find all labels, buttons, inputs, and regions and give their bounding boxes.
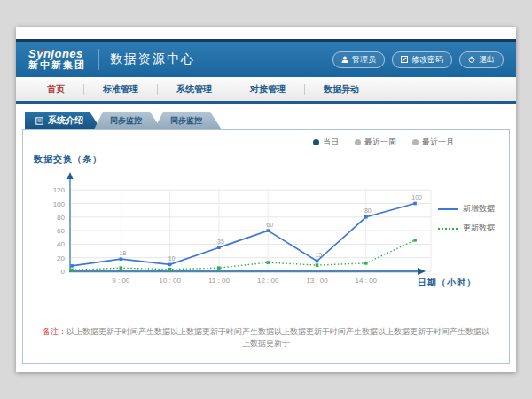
window-top-strip bbox=[16, 27, 516, 39]
logo-text-cn: 新中新集团 bbox=[28, 60, 86, 71]
nav-item-standard-mgmt[interactable]: 标准管理 bbox=[84, 77, 157, 101]
svg-text:100: 100 bbox=[411, 194, 422, 200]
period-label: 当日 bbox=[323, 137, 339, 148]
admin-user-button[interactable]: 管理员 bbox=[332, 51, 385, 68]
power-icon bbox=[468, 56, 475, 63]
line-chart: 0204060801001209 : 0010 : 0011 : 0012 : … bbox=[23, 168, 509, 302]
y-axis-title: 数据交换（条） bbox=[34, 153, 509, 166]
green-dotted-swatch-icon bbox=[438, 228, 458, 230]
tab-label: 同步监控 bbox=[110, 115, 142, 127]
header-divider bbox=[98, 49, 99, 70]
radio-icon bbox=[313, 139, 319, 145]
logout-button[interactable]: 退出 bbox=[459, 51, 504, 68]
period-option-last-month[interactable]: 最近一月 bbox=[412, 137, 454, 148]
svg-text:10: 10 bbox=[168, 255, 176, 262]
svg-text:9 : 00: 9 : 00 bbox=[112, 277, 130, 285]
svg-text:15: 15 bbox=[316, 252, 323, 258]
tab-label: 系统介绍 bbox=[48, 114, 83, 127]
svg-text:12 : 00: 12 : 00 bbox=[257, 277, 279, 285]
tab-sync-monitor-2[interactable]: 同步监控 bbox=[154, 112, 222, 129]
svg-text:11 : 00: 11 : 00 bbox=[208, 277, 230, 285]
period-option-last-week[interactable]: 最近一周 bbox=[355, 137, 396, 148]
change-password-label: 修改密码 bbox=[411, 54, 443, 66]
period-label: 最近一周 bbox=[364, 137, 396, 148]
brand-logo: Synjones 新中新集团 bbox=[28, 48, 98, 70]
content-area: 系统介绍 同步监控 同步监控 当日 最近一周 bbox=[16, 104, 516, 370]
legend-item-update-data[interactable]: 更新数据 bbox=[438, 223, 495, 234]
svg-text:100: 100 bbox=[53, 200, 66, 208]
radio-icon bbox=[355, 139, 361, 145]
svg-text:35: 35 bbox=[217, 239, 224, 245]
edit-icon bbox=[401, 56, 408, 63]
header-actions: 管理员 修改密码 退出 bbox=[332, 51, 504, 68]
page-title: 数据资源中心 bbox=[110, 51, 195, 67]
radio-icon bbox=[412, 139, 419, 145]
admin-user-label: 管理员 bbox=[352, 54, 376, 66]
app-window: Synjones 新中新集团 数据资源中心 管理员 修改密码 退出 首页 标准管… bbox=[16, 27, 516, 372]
legend-label: 更新数据 bbox=[463, 223, 495, 234]
nav-item-interface-mgmt[interactable]: 对接管理 bbox=[231, 77, 304, 101]
tab-bar: 系统介绍 同步监控 同步监控 bbox=[25, 112, 516, 129]
app-header: Synjones 新中新集团 数据资源中心 管理员 修改密码 退出 bbox=[16, 42, 516, 77]
period-option-today[interactable]: 当日 bbox=[313, 137, 339, 148]
svg-text:120: 120 bbox=[53, 186, 66, 194]
period-label: 最近一月 bbox=[422, 137, 454, 148]
legend-item-new-data[interactable]: 新增数据 bbox=[438, 203, 495, 215]
svg-text:80: 80 bbox=[57, 214, 65, 222]
note-text: 以上数据更新于时间产生数据以上数据更新于时间产生数据以上数据更新于时间产生数据以… bbox=[66, 327, 489, 348]
svg-text:60: 60 bbox=[266, 222, 273, 228]
svg-text:80: 80 bbox=[364, 207, 372, 214]
tab-sync-monitor-1[interactable]: 同步监控 bbox=[94, 112, 161, 129]
svg-text:10 : 00: 10 : 00 bbox=[159, 277, 181, 285]
footer-note: 备注：以上数据更新于时间产生数据以上数据更新于时间产生数据以上数据更新于时间产生… bbox=[23, 326, 509, 349]
legend-label: 新增数据 bbox=[463, 203, 495, 215]
chart-panel: 当日 最近一周 最近一月 数据交换（条） 0204060801001209 : … bbox=[22, 129, 510, 364]
svg-text:18: 18 bbox=[119, 250, 126, 256]
logo-text-en: Synjones bbox=[28, 48, 86, 60]
note-prefix: 备注： bbox=[43, 327, 66, 336]
logout-label: 退出 bbox=[479, 54, 495, 66]
tab-label: 同步监控 bbox=[170, 115, 202, 127]
change-password-button[interactable]: 修改密码 bbox=[392, 51, 452, 68]
user-icon bbox=[341, 56, 348, 63]
blue-line-swatch-icon bbox=[438, 208, 458, 210]
svg-text:60: 60 bbox=[57, 227, 65, 235]
chart-legend: 新增数据 更新数据 bbox=[438, 203, 495, 234]
svg-text:13 : 00: 13 : 00 bbox=[306, 277, 328, 285]
svg-text:40: 40 bbox=[57, 240, 65, 248]
nav-item-system-mgmt[interactable]: 系统管理 bbox=[158, 77, 231, 101]
period-selector: 当日 最近一周 最近一月 bbox=[23, 130, 509, 148]
svg-text:日期（小时）: 日期（小时） bbox=[418, 278, 476, 287]
svg-text:14 : 00: 14 : 00 bbox=[356, 277, 378, 285]
main-nav: 首页 标准管理 系统管理 对接管理 数据异动 bbox=[16, 77, 516, 104]
svg-text:0: 0 bbox=[61, 268, 66, 276]
nav-item-data-change[interactable]: 数据异动 bbox=[305, 77, 378, 101]
tab-system-intro[interactable]: 系统介绍 bbox=[25, 112, 101, 129]
document-icon bbox=[35, 117, 43, 125]
nav-item-home[interactable]: 首页 bbox=[28, 77, 83, 101]
chart-canvas: 0204060801001209 : 0010 : 0011 : 0012 : … bbox=[23, 168, 509, 302]
svg-text:20: 20 bbox=[57, 254, 65, 262]
